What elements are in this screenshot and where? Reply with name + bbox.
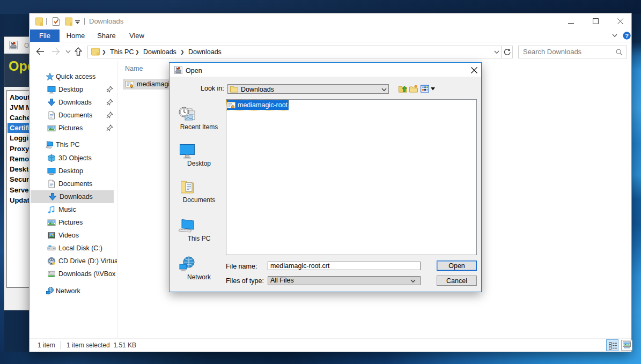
- svg-text:?: ?: [625, 33, 629, 39]
